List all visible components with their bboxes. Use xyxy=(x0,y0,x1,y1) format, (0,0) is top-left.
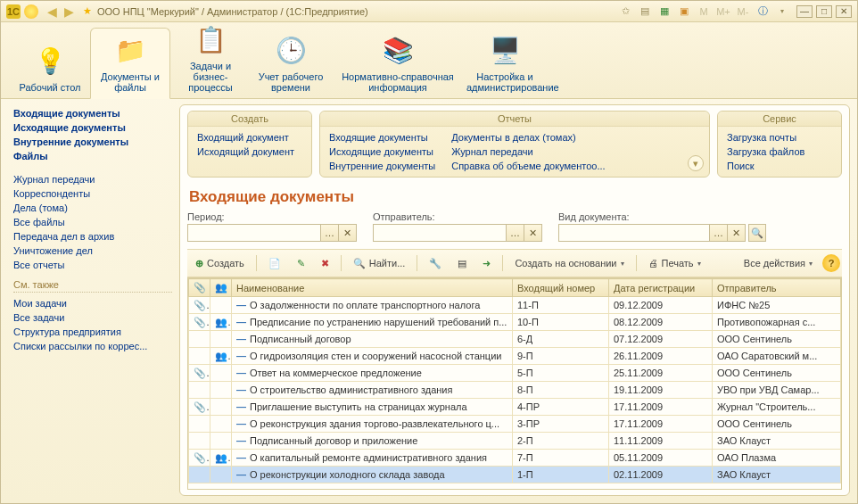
table-row[interactable]: 📎👥—Предписание по устранению нарушений т… xyxy=(189,314,841,331)
more-button[interactable]: ▾ xyxy=(688,155,704,171)
doctype-input[interactable] xyxy=(558,224,710,242)
calendar-icon[interactable]: ▣ xyxy=(677,4,691,19)
collapse-icon[interactable]: — xyxy=(236,300,250,310)
minimize-button[interactable]: — xyxy=(796,5,813,18)
m-minus-icon[interactable]: M- xyxy=(736,4,750,19)
sidebar-item[interactable]: Структура предприятия xyxy=(13,325,172,339)
sidebar-item[interactable]: Мои задачи xyxy=(13,296,172,310)
doctype-clear-button[interactable]: ✕ xyxy=(728,224,746,242)
main-tab[interactable]: 💡Рабочий стол xyxy=(10,39,90,98)
nav-forward-button[interactable]: ▶ xyxy=(64,4,74,19)
export-button[interactable]: ➜ xyxy=(476,253,497,273)
documents-table[interactable]: 📎👥НаименованиеВходящий номерДата регистр… xyxy=(187,277,842,490)
panel-link[interactable]: Документы в делах (томах) xyxy=(451,130,605,145)
sender-input[interactable] xyxy=(373,224,507,242)
sidebar-item[interactable]: Все задачи xyxy=(13,310,172,325)
m-plus-icon[interactable]: M+ xyxy=(716,4,730,19)
sidebar-item[interactable]: Дела (тома) xyxy=(13,201,172,215)
table-row[interactable]: —О реконструкции холодного склада завода… xyxy=(189,467,841,483)
nav-back-button[interactable]: ◀ xyxy=(47,4,57,19)
period-input[interactable] xyxy=(187,224,321,242)
column-header[interactable]: Входящий номер xyxy=(513,279,609,297)
tool-button[interactable]: 🔧 xyxy=(423,253,448,273)
collapse-icon[interactable]: — xyxy=(236,351,250,361)
main-tab[interactable]: 🕒Учет рабочего времени xyxy=(251,29,331,98)
sidebar-item[interactable]: Входящие документы xyxy=(13,106,172,120)
collapse-icon[interactable]: — xyxy=(236,384,250,395)
collapse-icon[interactable]: — xyxy=(236,334,250,344)
panel-link[interactable]: Входящие документы xyxy=(329,130,435,145)
sidebar-item[interactable]: Корреспонденты xyxy=(13,186,172,201)
edit-button[interactable]: ✎ xyxy=(291,253,311,273)
collapse-icon[interactable]: — xyxy=(236,368,250,378)
table-row[interactable]: 📎👥—О капитальный ремонте административно… xyxy=(189,450,841,467)
table-row[interactable]: 📎—Ответ на коммерческое предложение5-П25… xyxy=(189,365,841,382)
table-row[interactable]: 📎—Приглашение выступить на страницах жур… xyxy=(189,399,841,416)
table-row[interactable]: —Подписанный договор и приложение2-П11.1… xyxy=(189,433,841,450)
column-header[interactable]: 👥 xyxy=(210,279,232,297)
sidebar-item[interactable]: Списки рассылки по коррес... xyxy=(13,339,172,353)
main-tab[interactable]: 📋Задачи и бизнес-процессы xyxy=(170,18,251,98)
panel-link[interactable]: Журнал передачи xyxy=(451,145,605,159)
sidebar-item[interactable]: Внутренние документы xyxy=(13,135,172,149)
find-button[interactable]: 🔍Найти... xyxy=(347,253,412,273)
create-button[interactable]: ⊕Создать xyxy=(189,253,251,273)
collapse-icon[interactable]: — xyxy=(236,418,250,429)
favorites-icon[interactable]: ★ xyxy=(83,5,92,17)
info-icon[interactable]: ⓘ xyxy=(755,4,770,19)
sidebar-item[interactable]: Исходящие документы xyxy=(13,120,172,135)
calculator-icon[interactable]: ▦ xyxy=(657,4,672,19)
sidebar-item[interactable]: Журнал передачи xyxy=(13,172,172,186)
column-header[interactable]: Отправитель xyxy=(713,279,841,297)
sender-select-button[interactable]: … xyxy=(507,224,524,242)
column-header[interactable]: Наименование xyxy=(232,279,513,297)
history-icon[interactable]: ▤ xyxy=(638,4,652,19)
main-tab[interactable]: 🖥️Настройка и администрирование xyxy=(465,29,545,98)
collapse-icon[interactable]: — xyxy=(236,452,250,463)
delete-button[interactable]: ✖ xyxy=(315,253,335,273)
dropdown-icon[interactable]: ▾ xyxy=(775,4,789,19)
collapse-icon[interactable]: — xyxy=(236,469,250,480)
close-button[interactable]: ✕ xyxy=(836,5,852,18)
create-based-button[interactable]: Создать на основании▾ xyxy=(508,253,630,273)
help-button[interactable]: ? xyxy=(822,254,840,272)
collapse-icon[interactable]: — xyxy=(236,401,250,412)
maximize-button[interactable]: □ xyxy=(816,5,832,18)
table-row[interactable]: —Подписанный договор6-Д07.12.2009ООО Сен… xyxy=(189,331,841,348)
column-header[interactable]: Дата регистрации xyxy=(609,279,713,297)
sidebar-item[interactable]: Все отчеты xyxy=(13,258,172,272)
main-tab[interactable]: 📚Нормативно-справочная информация xyxy=(331,29,465,98)
panel-link[interactable]: Загрузка почты xyxy=(727,130,832,145)
main-tab[interactable]: 📁Документы и файлы xyxy=(90,28,170,99)
collapse-icon[interactable]: — xyxy=(236,317,250,327)
sender-clear-button[interactable]: ✕ xyxy=(524,224,542,242)
table-row[interactable]: —О реконструкция здания торгово-развлека… xyxy=(189,416,841,433)
sidebar-item[interactable]: Передача дел в архив xyxy=(13,229,172,244)
period-clear-button[interactable]: ✕ xyxy=(339,224,357,242)
sidebar-item[interactable]: Файлы xyxy=(13,149,172,163)
table-row[interactable]: —О строительство административного здани… xyxy=(189,382,841,399)
favorite-add-icon[interactable]: ✩ xyxy=(618,4,632,19)
panel-link[interactable]: Исходящий документ xyxy=(197,145,302,159)
panel-link[interactable]: Справка об объеме документоо... xyxy=(451,159,605,173)
panel-link[interactable]: Загрузка файлов xyxy=(727,145,832,159)
doctype-select-button[interactable]: … xyxy=(710,224,728,242)
all-actions-button[interactable]: Все действия▾ xyxy=(738,253,819,273)
table-row[interactable]: 👥—О гидроизоляция стен и сооружений насо… xyxy=(189,348,841,365)
sidebar-item[interactable]: Все файлы xyxy=(13,215,172,229)
m-icon[interactable]: M xyxy=(697,4,711,19)
main-menu-icon[interactable] xyxy=(24,4,38,19)
table-row[interactable]: 📎—О задолженности по оплате транспортног… xyxy=(189,297,841,314)
list-button[interactable]: ▤ xyxy=(451,253,473,273)
collapse-icon[interactable]: — xyxy=(236,435,250,446)
panel-link[interactable]: Внутренние документы xyxy=(329,159,435,173)
period-select-button[interactable]: … xyxy=(321,224,339,242)
column-header[interactable]: 📎 xyxy=(189,279,210,297)
doctype-search-button[interactable]: 🔍 xyxy=(748,224,766,242)
print-button[interactable]: 🖨Печать▾ xyxy=(642,253,707,273)
sidebar-item[interactable]: Уничтожение дел xyxy=(13,244,172,258)
panel-link[interactable]: Исходящие документы xyxy=(329,145,435,159)
panel-link[interactable]: Входящий документ xyxy=(197,130,302,145)
panel-link[interactable]: Поиск xyxy=(727,159,832,173)
copy-button[interactable]: 📄 xyxy=(262,253,287,273)
